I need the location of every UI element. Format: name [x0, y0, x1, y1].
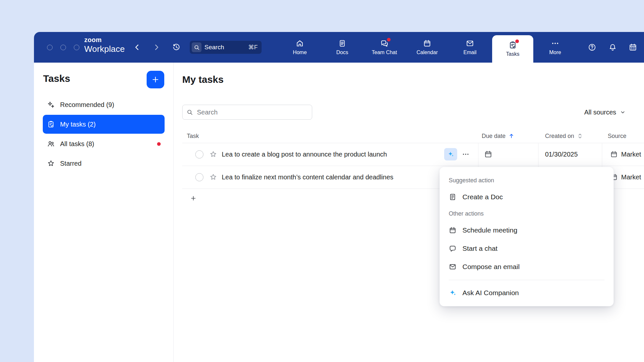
nav-item-tasks[interactable]: Tasks [492, 35, 533, 63]
add-task-inline-button[interactable] [188, 193, 199, 204]
nav-item-calendar[interactable]: Calendar [407, 32, 448, 63]
add-task-button[interactable] [147, 71, 164, 88]
sidebar-item-all-tasks[interactable]: All tasks (8) [43, 134, 165, 153]
nav-item-more[interactable]: More [535, 32, 576, 63]
help-icon [588, 43, 596, 52]
plus-icon [190, 194, 197, 202]
menu-item-ask-ai-companion[interactable]: Ask AI Companion [440, 283, 614, 302]
menu-item-label: Ask AI Companion [462, 289, 519, 297]
column-header-task: Task [187, 129, 199, 143]
task-cell: Lea to finalize next month’s content cal… [182, 166, 478, 189]
nav-item-home[interactable]: Home [279, 32, 320, 63]
search-shortcut: ⌘F [248, 44, 258, 51]
task-actions-menu: Suggested action Create a Doc Other acti… [440, 167, 614, 306]
people-icon [47, 140, 55, 148]
sort-ascending-icon[interactable] [508, 133, 515, 139]
column-header-source: Source [608, 129, 626, 143]
star-icon[interactable] [209, 173, 217, 181]
nav-label: Home [293, 50, 307, 55]
nav-label: Team Chat [372, 50, 397, 55]
help-button[interactable] [586, 41, 599, 54]
task-title: Lea to finalize next month’s content cal… [222, 173, 394, 181]
source-value: Market [621, 173, 641, 181]
column-header-due-date[interactable]: Due date [482, 129, 515, 143]
nav-label: Email [463, 50, 476, 55]
sources-filter-dropdown[interactable]: All sources [580, 105, 631, 120]
sidebar-item-recommended[interactable]: Recommended (9) [43, 95, 165, 114]
calendar-panel-icon [629, 43, 637, 52]
menu-item-create-doc[interactable]: Create a Doc [440, 188, 614, 206]
star-icon [47, 159, 55, 167]
nav-item-email[interactable]: Email [449, 32, 491, 63]
complete-task-checkbox[interactable] [195, 150, 203, 158]
doc-icon [449, 193, 457, 201]
menu-item-schedule-meeting[interactable]: Schedule meeting [440, 221, 614, 239]
add-due-date-calendar-icon[interactable] [484, 150, 492, 158]
notifications-button[interactable] [606, 41, 619, 54]
menu-section-label: Other actions [440, 206, 614, 221]
complete-task-checkbox[interactable] [195, 173, 203, 181]
nav-item-team-chat[interactable]: Team Chat [364, 32, 405, 63]
menu-section-label: Suggested action [440, 173, 614, 188]
team-chat-icon [380, 39, 389, 48]
column-label: Due date [482, 133, 506, 140]
menu-item-label: Compose an email [462, 263, 520, 271]
source-calendar-icon [610, 150, 618, 158]
ai-companion-button[interactable] [444, 148, 457, 160]
home-icon [296, 39, 304, 48]
nav-item-docs[interactable]: Docs [322, 32, 363, 63]
menu-item-label: Schedule meeting [462, 226, 517, 234]
created-on-value: 01/30/2025 [545, 151, 578, 158]
history-icon [172, 43, 181, 52]
menu-divider [449, 280, 604, 280]
zoom-workplace-logo: zoom Workplace [84, 37, 125, 53]
source-cell: Market [602, 143, 644, 166]
calendar-icon [423, 39, 431, 48]
sidebar-item-label: All tasks (8) [60, 140, 94, 148]
task-title: Lea to create a blog post to announce th… [222, 151, 387, 158]
global-search-placeholder: Search [204, 44, 248, 51]
task-cell: Lea to create a blog post to announce th… [182, 143, 478, 166]
calendar-icon [449, 226, 457, 234]
forward-button[interactable] [150, 41, 163, 54]
window-control-circle[interactable] [74, 45, 79, 50]
due-date-cell[interactable] [478, 143, 538, 166]
calendar-panel-button[interactable] [626, 41, 639, 54]
star-icon[interactable] [209, 150, 217, 158]
notification-dot [515, 39, 519, 43]
sidebar-item-label: My tasks (2) [60, 121, 96, 128]
sidebar-item-starred[interactable]: Starred [43, 154, 165, 173]
column-label: Task [187, 133, 199, 140]
chevron-left-icon [133, 43, 141, 52]
workplace-logo-text: Workplace [84, 45, 125, 53]
page-title: My tasks [182, 74, 224, 85]
bell-icon [608, 43, 617, 52]
plus-icon [151, 75, 160, 84]
back-button[interactable] [131, 41, 144, 54]
sidebar-item-my-tasks[interactable]: My tasks (2) [43, 115, 165, 134]
nav-label: Docs [336, 50, 348, 55]
column-header-created-on[interactable]: Created on [545, 129, 583, 143]
more-icon [551, 39, 559, 48]
sparkles-icon [47, 101, 55, 109]
table-header: Task Due date Created on Source [182, 129, 644, 143]
window-controls [47, 45, 79, 50]
search-input[interactable] [196, 108, 308, 116]
task-row[interactable]: Lea to create a blog post to announce th… [182, 143, 644, 166]
sidebar-title: Tasks [43, 73, 70, 84]
tasks-icon [508, 41, 517, 49]
window-control-circle[interactable] [47, 45, 53, 50]
chevron-down-icon [620, 109, 626, 115]
history-button[interactable] [170, 41, 183, 54]
search-icon [186, 109, 193, 115]
tasks-sidebar: Tasks Recommended (9) My tasks (2) [34, 63, 174, 362]
menu-item-compose-email[interactable]: Compose an email [440, 258, 614, 276]
sort-toggle-icon[interactable] [577, 133, 583, 139]
row-more-button[interactable] [459, 148, 473, 160]
more-icon [462, 150, 470, 158]
window-control-circle[interactable] [60, 45, 66, 50]
global-search[interactable]: Search ⌘F [190, 41, 262, 54]
created-on-cell: 01/30/2025 [538, 143, 602, 166]
nav-label: More [549, 50, 561, 55]
menu-item-start-chat[interactable]: Start a chat [440, 239, 614, 258]
